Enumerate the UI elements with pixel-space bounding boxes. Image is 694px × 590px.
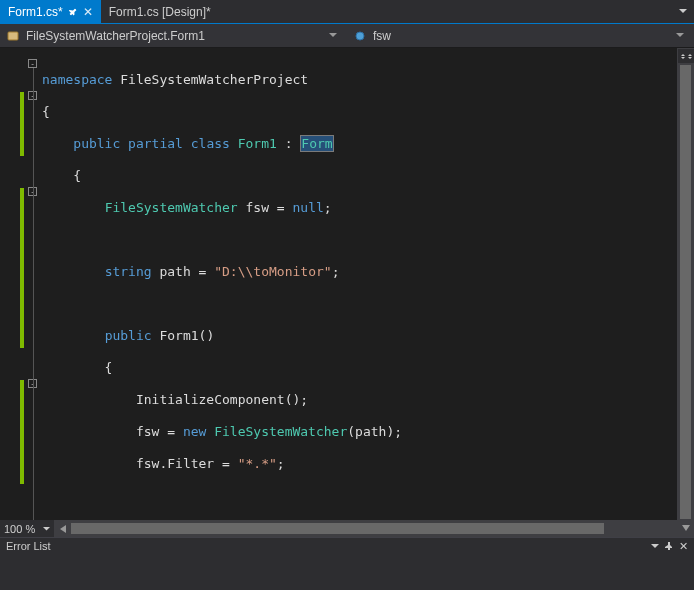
code-token: {	[42, 360, 694, 376]
tab-overflow-dropdown[interactable]	[672, 0, 694, 23]
change-marker	[20, 92, 24, 156]
panel-title: Error List	[6, 540, 51, 552]
tab-label: Form1.cs*	[8, 5, 63, 19]
code-token: public	[105, 328, 152, 343]
scroll-thumb[interactable]	[680, 65, 691, 519]
member-name: fsw	[373, 29, 391, 43]
code-token: partial	[120, 136, 183, 151]
code-token: FileSystemWatcher	[214, 424, 347, 439]
scroll-track[interactable]	[677, 65, 694, 519]
scroll-track[interactable]	[71, 520, 677, 537]
chevron-down-icon[interactable]	[329, 33, 347, 38]
code-token: path =	[152, 264, 215, 279]
zoom-label: 100 %	[4, 523, 35, 535]
member-dropdown[interactable]: fsw	[347, 29, 676, 43]
close-icon[interactable]: ✕	[83, 5, 93, 19]
outline-region	[33, 68, 34, 540]
code-token: :	[277, 136, 300, 151]
code-token: Form1()	[152, 328, 215, 343]
editor-gutter: - - - -	[0, 48, 38, 554]
code-token: InitializeComponent();	[42, 392, 694, 408]
chevron-down-icon[interactable]	[651, 544, 659, 549]
code-token: Form1	[230, 136, 277, 151]
tab-form1-design[interactable]: Form1.cs [Design]*	[101, 0, 219, 23]
tab-label: Form1.cs [Design]*	[109, 5, 211, 19]
code-token: FileSystemWatcherProject	[112, 72, 308, 87]
code-token: FileSystemWatcher	[105, 200, 238, 215]
code-token: fsw =	[238, 200, 293, 215]
code-token: ;	[277, 456, 285, 471]
svg-rect-0	[8, 32, 18, 40]
chevron-down-icon[interactable]	[676, 33, 694, 38]
pin-icon[interactable]	[665, 542, 673, 550]
code-token: {	[42, 104, 694, 120]
change-marker	[20, 380, 24, 484]
bottom-panel-header[interactable]: Error List ✕	[0, 537, 694, 554]
horizontal-scrollbar[interactable]	[54, 520, 694, 537]
scroll-left-icon[interactable]	[54, 520, 71, 537]
class-dropdown[interactable]: FileSystemWatcherProject.Form1	[0, 29, 329, 43]
code-token: new	[183, 424, 206, 439]
code-token: class	[183, 136, 230, 151]
close-icon[interactable]: ✕	[679, 540, 688, 553]
pin-icon[interactable]	[67, 6, 78, 17]
code-token: (path);	[347, 424, 402, 439]
navigation-bar: FileSystemWatcherProject.Form1 fsw	[0, 24, 694, 48]
svg-point-1	[356, 32, 364, 40]
code-highlighted-word: Form	[300, 135, 333, 152]
code-text[interactable]: namespace FileSystemWatcherProject { pub…	[38, 48, 694, 554]
scroll-thumb[interactable]	[71, 523, 604, 534]
code-token: "D:\\toMonitor"	[214, 264, 331, 279]
code-token: ;	[332, 264, 340, 279]
fold-toggle[interactable]: -	[28, 59, 37, 68]
split-editor-icon[interactable]	[678, 49, 694, 63]
code-token: namespace	[42, 72, 112, 87]
field-icon	[353, 29, 367, 43]
scroll-down-icon[interactable]	[677, 519, 694, 536]
class-icon	[6, 29, 20, 43]
class-name: FileSystemWatcherProject.Form1	[26, 29, 205, 43]
change-marker	[20, 188, 24, 348]
code-token: "*.*"	[238, 456, 277, 471]
editor-footer: 100 %	[0, 520, 694, 537]
code-editor: - - - - namespace FileSystemWatcherProje…	[0, 48, 694, 554]
chevron-down-icon	[43, 527, 50, 531]
code-token: null	[292, 200, 323, 215]
code-token: {	[42, 168, 694, 184]
zoom-dropdown[interactable]: 100 %	[0, 520, 54, 537]
tab-spacer	[219, 0, 672, 23]
code-token: string	[105, 264, 152, 279]
code-token: fsw.Filter =	[42, 456, 238, 471]
code-token: fsw =	[42, 424, 183, 439]
document-tabs: Form1.cs* ✕ Form1.cs [Design]*	[0, 0, 694, 24]
vertical-scrollbar[interactable]	[677, 48, 694, 536]
code-token: ;	[324, 200, 332, 215]
code-token: public	[73, 136, 120, 151]
tab-form1-cs[interactable]: Form1.cs* ✕	[0, 0, 101, 23]
